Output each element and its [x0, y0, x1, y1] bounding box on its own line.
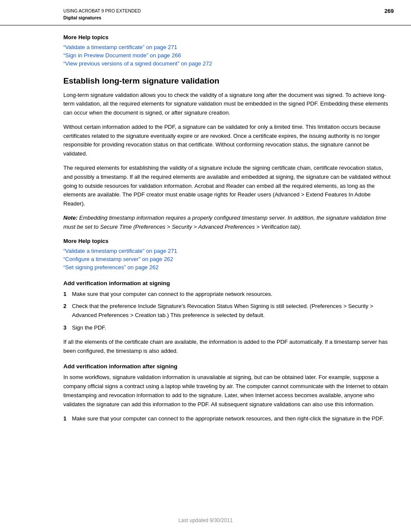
help-link-2-1-suffix: on page 271 — [144, 248, 177, 254]
signing-num-2: 2 — [63, 302, 72, 320]
page-footer: Last updated 9/30/2011 — [0, 517, 411, 523]
help-link-2-2[interactable]: “Configure a timestamp server” on page 2… — [63, 256, 394, 262]
help-link-1-1-text: “Validate a timestamp certificate” — [63, 44, 144, 50]
more-help-title-1: More Help topics — [63, 34, 394, 40]
main-paragraph-2: Without certain information added to the… — [63, 123, 394, 159]
signing-num-3: 3 — [63, 324, 72, 333]
signing-after-text: If all the elements of the certificate c… — [63, 338, 394, 356]
help-link-1-2-suffix: on page 266 — [148, 52, 181, 59]
chapter-title: Digital signatures — [63, 15, 141, 22]
help-link-2-3-text: “Set signing preferences” — [63, 264, 126, 271]
note-text: Embedding timestamp information requires… — [63, 215, 386, 230]
signing-text-1: Make sure that your computer can connect… — [72, 290, 394, 299]
help-link-1-3-suffix: on page 272 — [179, 60, 212, 67]
signing-text-3: Sign the PDF. — [72, 324, 394, 333]
header-left: USING ACROBAT 9 PRO EXTENDED Digital sig… — [63, 8, 141, 22]
main-paragraph-3: The required elements for establishing t… — [63, 164, 394, 208]
subsection-title-after: Add verification information after signi… — [63, 363, 394, 370]
footer-text: Last updated 9/30/2011 — [178, 517, 233, 523]
help-link-2-2-suffix: on page 262 — [140, 256, 173, 262]
help-link-2-1[interactable]: “Validate a timestamp certificate” on pa… — [63, 248, 394, 254]
after-num-1: 1 — [63, 414, 72, 423]
main-paragraph-1: Long-term signature validation allows yo… — [63, 91, 394, 118]
more-help-title-2: More Help topics — [63, 238, 394, 244]
main-section-title: Establish long-term signature validation — [63, 76, 394, 86]
note-label: Note: — [63, 215, 78, 221]
help-link-1-1[interactable]: “Validate a timestamp certificate” on pa… — [63, 44, 394, 50]
note-paragraph: Note: Embedding timestamp information re… — [63, 214, 394, 232]
after-intro: In some workflows, signature validation … — [63, 373, 394, 409]
after-text-1: Make sure that your computer can connect… — [72, 414, 394, 423]
more-help-section-2: More Help topics “Validate a timestamp c… — [63, 238, 394, 271]
signing-item-1: 1 Make sure that your computer can conne… — [63, 290, 394, 299]
signing-num-1: 1 — [63, 290, 72, 299]
signing-item-3: 3 Sign the PDF. — [63, 324, 394, 333]
help-link-2-3[interactable]: “Set signing preferences” on page 262 — [63, 264, 394, 271]
signing-item-2: 2 Check that the preference Include Sign… — [63, 302, 394, 320]
help-link-2-1-text: “Validate a timestamp certificate” — [63, 248, 144, 254]
help-link-1-1-suffix: on page 271 — [144, 44, 177, 50]
help-link-1-2[interactable]: “Sign in Preview Document mode” on page … — [63, 52, 394, 59]
help-link-1-3[interactable]: “View previous versions of a signed docu… — [63, 60, 394, 67]
top-bar: USING ACROBAT 9 PRO EXTENDED Digital sig… — [0, 0, 411, 25]
page-container: USING ACROBAT 9 PRO EXTENDED Digital sig… — [0, 0, 411, 532]
after-list: 1 Make sure that your computer can conne… — [63, 414, 394, 423]
more-help-section-1: More Help topics “Validate a timestamp c… — [63, 34, 394, 67]
signing-list: 1 Make sure that your computer can conne… — [63, 290, 394, 333]
help-link-1-2-text: “Sign in Preview Document mode” — [63, 52, 148, 59]
help-link-2-2-text: “Configure a timestamp server” — [63, 256, 140, 262]
book-title: USING ACROBAT 9 PRO EXTENDED — [63, 8, 141, 15]
signing-text-2: Check that the preference Include Signat… — [72, 302, 394, 320]
help-link-2-3-suffix: on page 262 — [126, 264, 159, 271]
after-item-1: 1 Make sure that your computer can conne… — [63, 414, 394, 423]
main-content: More Help topics “Validate a timestamp c… — [0, 34, 411, 423]
subsection-title-signing: Add verification information at signing — [63, 280, 394, 286]
help-link-1-3-text: “View previous versions of a signed docu… — [63, 60, 179, 67]
page-number: 269 — [384, 8, 394, 14]
